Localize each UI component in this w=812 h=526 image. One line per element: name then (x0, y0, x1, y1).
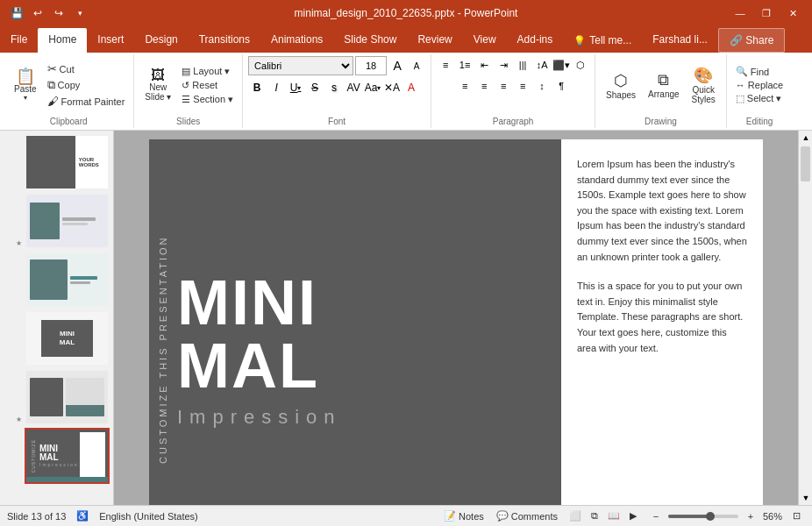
font-increase-button[interactable]: A (388, 57, 406, 75)
smartart-button[interactable]: ⬡ (572, 56, 589, 74)
slide-thumbnail-12[interactable] (25, 369, 110, 425)
quick-access-toolbar: 💾 ↩ ↪ ▾ (7, 4, 89, 23)
restore-button[interactable]: ❐ (754, 4, 779, 22)
slide-sorter-button[interactable]: ⧉ (586, 508, 603, 524)
comments-button[interactable]: 💬 Comments (493, 508, 561, 523)
reset-button[interactable]: ↺ Reset (178, 79, 237, 92)
tab-tellme[interactable]: 💡 Tell me... (563, 28, 642, 53)
status-bar-right: 📝 Notes 💬 Comments ⬜ ⧉ 📖 ▶ − + 56% ⊡ (440, 508, 805, 524)
italic-button[interactable]: I (267, 79, 285, 96)
align-left-button[interactable]: ≡ (456, 77, 474, 95)
font-size-input[interactable] (355, 56, 387, 75)
quick-styles-button[interactable]: 🎨 Quick Styles (687, 59, 721, 111)
slide-vertical-text: CUSTOMIZE THIS PRESENTATION (149, 139, 177, 505)
paragraph-group-label: Paragraph (431, 117, 595, 126)
slide-thumbnail-10[interactable] (25, 252, 110, 308)
minimize-button[interactable]: — (728, 4, 752, 22)
ribbon-tab-bar: File Home Insert Design Transitions Anim… (0, 26, 812, 53)
font-color-button[interactable]: A (402, 79, 420, 96)
clear-formatting-button[interactable]: ✕A (383, 79, 401, 96)
notes-button[interactable]: 📝 Notes (440, 508, 488, 523)
change-case-button[interactable]: Aa ▾ (364, 79, 381, 96)
font-family-select[interactable]: Calibri (248, 56, 353, 75)
scroll-up-button[interactable]: ▲ (799, 131, 812, 145)
tab-addins[interactable]: Add-ins (507, 28, 564, 53)
copy-icon: ⧉ (47, 78, 55, 92)
arrange-button[interactable]: ⧉ Arrange (643, 59, 685, 111)
tab-view[interactable]: View (463, 28, 507, 53)
fit-slide-button[interactable]: ⊡ (787, 508, 805, 524)
tab-share[interactable]: 🔗 Share (718, 28, 785, 53)
para-spacing-button[interactable]: ¶ (552, 77, 570, 95)
find-button[interactable]: 🔍 Find (732, 65, 787, 78)
ribbon-group-slides: 🖼 New Slide ▾ ▤ Layout ▾ ↺ Reset ☰ Secti… (134, 54, 243, 128)
tab-slideshow[interactable]: Slide Show (333, 28, 407, 53)
char-spacing-button[interactable]: AV (345, 79, 362, 96)
reading-view-button[interactable]: 📖 (605, 508, 623, 524)
align-center-button[interactable]: ≡ (475, 77, 493, 95)
select-button[interactable]: ⬚ Select ▾ (732, 92, 787, 105)
zoom-in-button[interactable]: + (742, 508, 759, 524)
redo-qat-button[interactable]: ↪ (49, 4, 68, 23)
layout-icon: ▤ (182, 66, 190, 77)
zoom-out-button[interactable]: − (647, 508, 665, 524)
tab-design[interactable]: Design (134, 28, 188, 53)
layout-button[interactable]: ▤ Layout ▾ (178, 65, 237, 78)
copy-button[interactable]: ⧉ Copy (44, 77, 129, 93)
align-text-button[interactable]: ⬛▾ (552, 56, 570, 74)
shapes-button[interactable]: ⬡ Shapes (601, 59, 641, 111)
bold-button[interactable]: B (248, 79, 266, 96)
text-shadow-button[interactable]: s (325, 79, 343, 96)
tab-animations[interactable]: Animations (260, 28, 333, 53)
increase-indent-button[interactable]: ⇥ (495, 56, 512, 74)
zoom-level: 56% (763, 511, 782, 522)
cut-button[interactable]: ✂ Cut (44, 61, 129, 76)
scroll-down-button[interactable]: ▼ (799, 491, 812, 505)
tab-insert[interactable]: Insert (87, 28, 134, 53)
slide-thumbnail-9[interactable] (25, 193, 110, 249)
scroll-thumb[interactable] (801, 146, 810, 181)
presenter-view-button[interactable]: ▶ (624, 508, 642, 524)
text-direction-button[interactable]: ↕A (533, 56, 551, 74)
format-painter-button[interactable]: 🖌 Format Painter (44, 94, 129, 109)
section-button[interactable]: ☰ Section ▾ (178, 93, 237, 106)
slide-main-content[interactable]: CUSTOMIZE THIS PRESENTATION MINI MAL Imp… (149, 139, 763, 505)
normal-view-button[interactable]: ⬜ (566, 508, 584, 524)
columns-button[interactable]: ||| (514, 56, 531, 74)
ribbon-group-paragraph: ≡ 1≡ ⇤ ⇥ ||| ↕A ⬛▾ ⬡ ≡ ≡ ≡ ≡ ↕ ¶ (431, 54, 595, 128)
align-right-button[interactable]: ≡ (495, 77, 512, 95)
save-qat-button[interactable]: 💾 (7, 4, 26, 23)
drawing-group-label: Drawing (595, 117, 726, 126)
tab-review[interactable]: Review (407, 28, 462, 53)
main-area: 8 YOUR WORDS 9 ★ (0, 131, 812, 505)
tab-transitions[interactable]: Transitions (189, 28, 260, 53)
numbering-button[interactable]: 1≡ (456, 56, 474, 74)
slide-thumbnail-8[interactable]: YOUR WORDS (25, 134, 110, 190)
tab-account[interactable]: Farshad li... (642, 28, 718, 53)
slide-thumbnail-13[interactable]: CUSTOMIZE MINI MAL Impression (25, 428, 110, 484)
line-spacing-button[interactable]: ↕ (533, 77, 551, 95)
notes-icon: 📝 (444, 510, 456, 522)
close-button[interactable]: ✕ (780, 4, 805, 22)
strikethrough-button[interactable]: S (306, 79, 324, 96)
paste-button[interactable]: 📋 Paste ▾ (9, 59, 42, 111)
clipboard-group-label: Clipboard (4, 117, 133, 126)
zoom-thumb[interactable] (706, 512, 715, 521)
slide-subtitle: Impression (177, 406, 544, 429)
new-slide-button[interactable]: 🖼 New Slide ▾ (139, 59, 176, 111)
customize-qat-button[interactable]: ▾ (70, 4, 89, 23)
slide-thumbnail-11[interactable]: MINIMAL (25, 310, 110, 366)
bullets-button[interactable]: ≡ (437, 56, 454, 74)
tab-file[interactable]: File (0, 28, 38, 53)
font-decrease-button[interactable]: A (408, 57, 425, 75)
accessibility-icon: ♿ (76, 510, 89, 522)
underline-button[interactable]: U ▾ (287, 79, 304, 96)
slide-star-12: ★ (16, 416, 22, 423)
justify-button[interactable]: ≡ (514, 77, 531, 95)
undo-qat-button[interactable]: ↩ (28, 4, 47, 23)
replace-button[interactable]: ↔ Replace (732, 79, 787, 91)
decrease-indent-button[interactable]: ⇤ (475, 56, 493, 74)
slide-right-text-2: This is a space for you to put your own … (577, 279, 747, 356)
tab-home[interactable]: Home (38, 28, 87, 53)
view-mode-icons: ⬜ ⧉ 📖 ▶ (566, 508, 642, 524)
